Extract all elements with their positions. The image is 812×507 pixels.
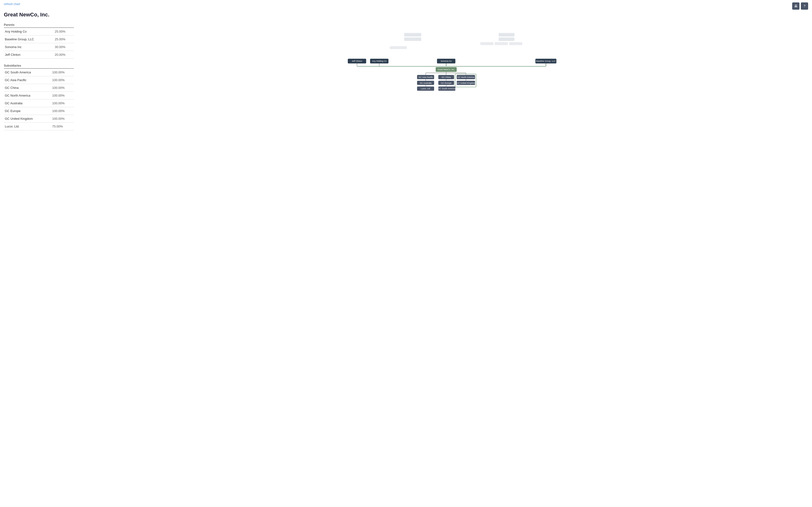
- parents-section-label: Parents: [4, 22, 74, 28]
- baseline-group-label: Baseline Group, LLC: [536, 60, 556, 62]
- print-icon: 🖶: [794, 4, 798, 8]
- parent-row: Sonoma Inc 30.00%: [4, 43, 74, 51]
- subsidiary-percent: 100.00%: [51, 68, 74, 76]
- top-right-buttons: 🖶 ?: [792, 2, 808, 10]
- subsidiary-name: GC Europe: [4, 107, 51, 115]
- subsidiary-name: Lucor, Ltd.: [4, 123, 51, 130]
- subsidiary-name: GC Australia: [4, 100, 51, 107]
- ghost-node: [499, 38, 514, 41]
- subsidiary-percent: 75.00%: [51, 123, 74, 130]
- subsidiaries-table: GC South America 100.00% GC Asia Pacific…: [4, 68, 74, 130]
- great-newco-label: Great NewCo, Inc.: [438, 68, 455, 71]
- ghost-node: [404, 33, 421, 37]
- subsidiary-percent: 100.00%: [51, 107, 74, 115]
- subsidiary-percent: 100.00%: [51, 84, 74, 92]
- any-holding-co-label: Any Holding Co: [372, 60, 387, 62]
- parent-percent: 25.00%: [54, 28, 74, 36]
- subsidiary-name: GC North America: [4, 92, 51, 100]
- subsidiary-row: GC North America 100.00%: [4, 92, 74, 100]
- gc-europe-label: GC Europe: [441, 82, 452, 84]
- subsidiary-percent: 100.00%: [51, 92, 74, 100]
- subsidiary-row: GC Asia Pacific 100.00%: [4, 76, 74, 84]
- parent-name: Baseline Group, LLC: [4, 36, 54, 43]
- ghost-node: [404, 38, 421, 41]
- subsidiary-name: GC United Kingdom: [4, 115, 51, 123]
- help-button[interactable]: ?: [801, 2, 808, 10]
- subsidiary-name: GC South America: [4, 68, 51, 76]
- print-button[interactable]: 🖶: [792, 2, 800, 10]
- parent-name: Sonoma Inc: [4, 43, 54, 51]
- refresh-link[interactable]: refresh chart: [4, 2, 20, 6]
- ghost-node: [495, 42, 508, 45]
- subsidiary-name: GC Asia Pacific: [4, 76, 51, 84]
- parent-row: Any Holding Co 25.00%: [4, 28, 74, 36]
- org-chart-svg: Jeff Clinton Any Holding Co Sonoma Inc B…: [77, 12, 808, 104]
- gc-united-kingdom-label: GC United Kingdom: [457, 82, 475, 84]
- ghost-node: [499, 33, 514, 37]
- gc-asia-pacific-label: GC Asia Pacific: [418, 76, 433, 78]
- subsidiary-percent: 100.00%: [51, 76, 74, 84]
- page-title: Great NewCo, Inc.: [4, 12, 74, 18]
- ghost-node: [390, 46, 407, 49]
- gc-china-label: GC China: [442, 76, 451, 78]
- subsidiary-row: GC United Kingdom 100.00%: [4, 115, 74, 123]
- sonoma-inc-label: Sonoma Inc: [441, 60, 452, 62]
- subsidiary-percent: 100.00%: [51, 115, 74, 123]
- right-panel: Jeff Clinton Any Holding Co Sonoma Inc B…: [74, 10, 808, 134]
- parent-percent: 30.00%: [54, 43, 74, 51]
- parents-table: Any Holding Co 25.00% Baseline Group, LL…: [4, 28, 74, 59]
- ghost-node: [509, 42, 522, 45]
- gc-north-america-label: GC North America: [457, 76, 475, 78]
- subsidiary-name: GC China: [4, 84, 51, 92]
- jeff-clinton-label: Jeff Clinton: [352, 60, 362, 62]
- lucor-ltd-label: Lucor, Ltd.: [421, 88, 430, 90]
- left-panel: Great NewCo, Inc. Parents Any Holding Co…: [4, 10, 74, 134]
- parent-row: Baseline Group, LLC 25.00%: [4, 36, 74, 43]
- subsidiaries-section-label: Subsidiaries: [4, 62, 74, 68]
- subsidiary-row: Lucor, Ltd. 75.00%: [4, 123, 74, 130]
- subsidiary-row: GC China 100.00%: [4, 84, 74, 92]
- ghost-node: [480, 42, 493, 45]
- parent-row: Jeff Clinton 20.00%: [4, 51, 74, 59]
- subsidiary-row: GC South America 100.00%: [4, 68, 74, 76]
- subsidiary-row: GC Australia 100.00%: [4, 100, 74, 107]
- parent-name: Jeff Clinton: [4, 51, 54, 59]
- parent-percent: 20.00%: [54, 51, 74, 59]
- help-icon: ?: [804, 4, 806, 8]
- parent-percent: 25.00%: [54, 36, 74, 43]
- gc-australia-label: GC Australia: [420, 82, 432, 84]
- parent-name: Any Holding Co: [4, 28, 54, 36]
- subsidiary-percent: 100.00%: [51, 100, 74, 107]
- gc-south-america-label: GC South America: [438, 88, 456, 90]
- main-content: Great NewCo, Inc. Parents Any Holding Co…: [0, 10, 812, 134]
- top-bar: refresh chart 🖶 ?: [0, 0, 812, 10]
- subsidiary-row: GC Europe 100.00%: [4, 107, 74, 115]
